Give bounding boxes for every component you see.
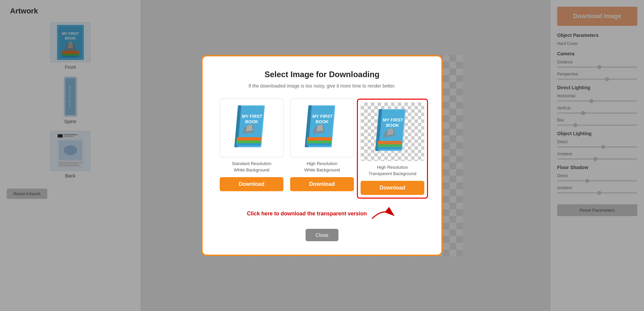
svg-text:MY FIRST: MY FIRST — [383, 117, 404, 122]
modal-overlay: Select Image for Downloading If the down… — [0, 0, 644, 311]
image-thumb-standard: MY FIRST BOOK — [220, 99, 283, 157]
svg-text:BOOK: BOOK — [315, 119, 329, 124]
image-option-transparent: MY FIRST BOOK High Resolution — [361, 99, 424, 198]
svg-rect-29 — [236, 143, 261, 146]
image-label-transparent: High Resolution Transparent Background — [361, 164, 424, 176]
svg-text:BOOK: BOOK — [245, 119, 259, 124]
image-option-high: MY FIRST BOOK High Resolution White Back… — [290, 99, 354, 198]
svg-rect-27 — [236, 137, 261, 141]
svg-rect-47 — [377, 141, 402, 144]
svg-rect-48 — [377, 144, 402, 147]
image-label-high: High Resolution White Background — [304, 161, 340, 173]
svg-rect-37 — [307, 137, 332, 141]
svg-text:MY FIRST: MY FIRST — [312, 114, 333, 119]
modal-title: Select Image for Downloading — [219, 70, 425, 79]
image-thumb-transparent: MY FIRST BOOK — [361, 102, 424, 161]
close-button[interactable]: Close — [306, 229, 338, 241]
image-options-container: MY FIRST BOOK Standard Resolu — [219, 99, 425, 198]
modal-subtitle: If the downloaded image is too noisy, gi… — [219, 83, 425, 89]
book-img-transparent: MY FIRST BOOK — [374, 107, 411, 156]
svg-rect-39 — [307, 143, 331, 146]
image-option-standard: MY FIRST BOOK Standard Resolu — [220, 99, 283, 198]
svg-text:BOOK: BOOK — [386, 123, 399, 128]
annotation-text: Click here to download the transparent v… — [247, 211, 367, 217]
svg-rect-49 — [377, 147, 402, 149]
book-img-high: MY FIRST BOOK — [304, 104, 340, 152]
download-modal: Select Image for Downloading If the down… — [201, 55, 443, 256]
highlight-box: MY FIRST BOOK High Resolution — [357, 99, 428, 198]
svg-rect-28 — [236, 141, 261, 143]
annotation-row: Click here to download the transparent v… — [219, 205, 425, 222]
download-button-high[interactable]: Download — [290, 177, 354, 191]
image-label-standard: Standard Resolution White Background — [232, 161, 271, 173]
annotation-arrow — [370, 205, 397, 222]
image-thumb-high: MY FIRST BOOK — [290, 99, 354, 157]
svg-rect-38 — [307, 141, 332, 143]
download-button-transparent[interactable]: Download — [361, 181, 424, 195]
download-button-standard[interactable]: Download — [220, 177, 283, 191]
book-img-standard: MY FIRST BOOK — [233, 104, 270, 152]
svg-text:MY FIRST: MY FIRST — [242, 114, 263, 119]
